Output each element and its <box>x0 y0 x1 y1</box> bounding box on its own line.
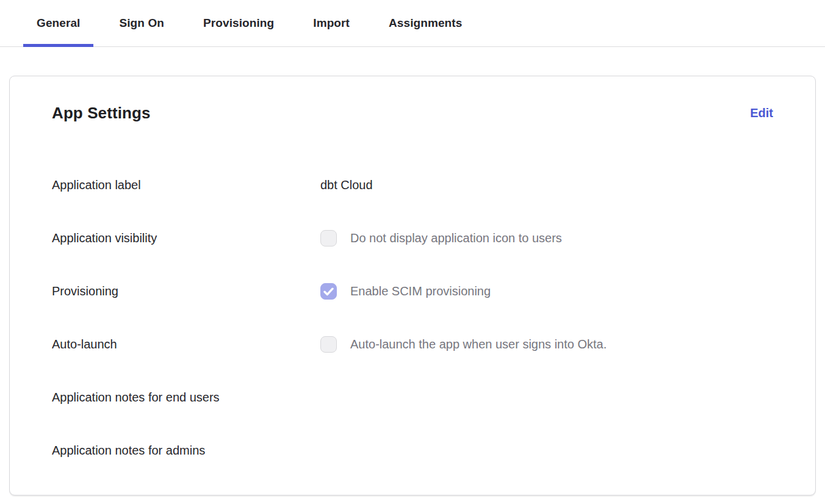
check-icon <box>323 287 334 296</box>
field-value: Enable SCIM provisioning <box>320 283 491 300</box>
row-application-label: Application label dbt Cloud <box>52 177 773 193</box>
checkbox-label: Auto-launch the app when user signs into… <box>350 337 607 351</box>
field-label: Application label <box>52 178 320 192</box>
checkbox-label: Enable SCIM provisioning <box>350 284 491 298</box>
row-notes-admins: Application notes for admins <box>52 442 773 459</box>
edit-button[interactable]: Edit <box>750 106 773 120</box>
card-header: App Settings Edit <box>52 76 773 123</box>
checkbox-unchecked-icon[interactable] <box>320 230 337 247</box>
tab-provisioning[interactable]: Provisioning <box>190 0 287 46</box>
page-title: App Settings <box>52 104 151 123</box>
field-value: Do not display application icon to users <box>320 230 562 247</box>
checkbox-checked-icon[interactable] <box>320 283 337 300</box>
checkbox-label: Do not display application icon to users <box>350 231 562 245</box>
app-settings-card: App Settings Edit Application label dbt … <box>9 76 816 495</box>
field-label: Auto-launch <box>52 337 320 351</box>
tab-assignments[interactable]: Assignments <box>375 0 475 46</box>
field-label: Application visibility <box>52 231 320 245</box>
row-auto-launch: Auto-launch Auto-launch the app when use… <box>52 336 773 353</box>
tab-general[interactable]: General <box>23 0 93 46</box>
tab-bar: General Sign On Provisioning Import Assi… <box>0 0 825 47</box>
tab-import[interactable]: Import <box>300 0 363 46</box>
checkbox-unchecked-icon[interactable] <box>320 336 337 353</box>
tab-sign-on[interactable]: Sign On <box>106 0 178 46</box>
field-label: Application notes for end users <box>52 391 320 405</box>
field-value: Auto-launch the app when user signs into… <box>320 336 607 353</box>
row-notes-end-users: Application notes for end users <box>52 389 773 406</box>
field-value: dbt Cloud <box>320 178 373 192</box>
row-application-visibility: Application visibility Do not display ap… <box>52 230 773 247</box>
row-provisioning: Provisioning Enable SCIM provisioning <box>52 283 773 300</box>
settings-rows: Application label dbt Cloud Application … <box>52 177 773 459</box>
field-label: Application notes for admins <box>52 444 320 458</box>
field-label: Provisioning <box>52 284 320 298</box>
